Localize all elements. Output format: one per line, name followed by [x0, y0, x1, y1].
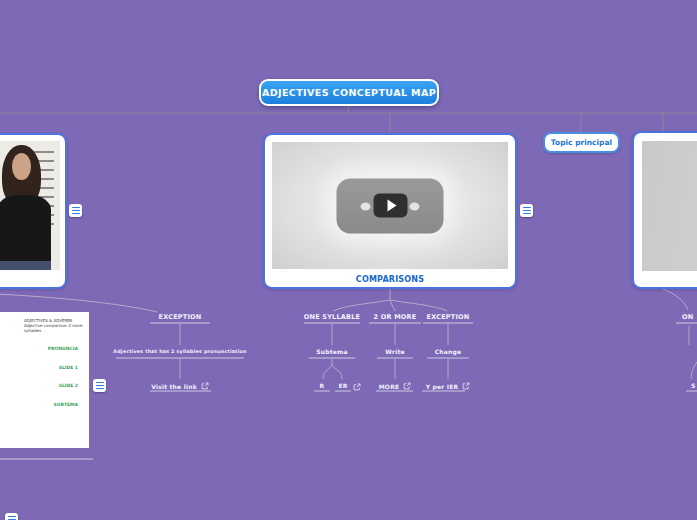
- video-title-label: COMPARISONS: [265, 275, 515, 284]
- node-menu-button-left[interactable]: [69, 204, 82, 217]
- topic-principal-node[interactable]: Topic principal: [543, 132, 620, 153]
- topic-cut-right-l3[interactable]: S: [691, 382, 697, 389]
- node-menu-button-document[interactable]: [93, 379, 106, 392]
- document-link[interactable]: PRONUNCIA: [48, 346, 78, 351]
- video-node-left[interactable]: [0, 133, 67, 289]
- topic-change[interactable]: Change: [418, 348, 478, 355]
- video-node-comparisons[interactable]: COMPARISONS: [263, 133, 517, 289]
- image-placeholder: [642, 141, 697, 271]
- document-header: ADJECTIVES & ADVERBS Adjective compariso…: [24, 318, 84, 333]
- person-jeans-shape: [0, 261, 51, 270]
- document-link[interactable]: SLIDE 1: [59, 365, 78, 370]
- video-thumbnail-person: [0, 141, 60, 270]
- node-menu-button-comparisons[interactable]: [520, 204, 533, 217]
- topic-leaf-er[interactable]: ER: [334, 382, 352, 389]
- more-label: MORE: [379, 383, 400, 390]
- topic-leaf-r[interactable]: R: [314, 382, 330, 389]
- video-thumbnail: [272, 142, 508, 269]
- y-per-ier-label: Y per IER: [426, 383, 459, 390]
- play-button-icon[interactable]: [337, 178, 444, 233]
- topic-exception-left[interactable]: EXCEPTION: [130, 313, 230, 321]
- document-node[interactable]: ADJECTIVES & ADVERBS Adjective compariso…: [0, 312, 89, 448]
- external-link-icon[interactable]: [201, 382, 209, 390]
- node-menu-button-corner[interactable]: [5, 513, 18, 520]
- document-link[interactable]: SUBTEMA: [54, 402, 78, 407]
- topic-adjectives-2-syllables[interactable]: Adjectives that has 2 syllables pronunct…: [110, 349, 250, 354]
- document-header-line2: Adjective comparison 2 more syllables: [24, 323, 84, 333]
- mindmap-canvas[interactable]: ADJECTIVES CONCEPTUAL MAP COMPARISONS To…: [0, 0, 697, 520]
- topic-write[interactable]: Write: [365, 348, 425, 355]
- topic-cut-right-l1[interactable]: ON: [682, 313, 697, 321]
- play-triangle-icon: [387, 200, 396, 212]
- topic-exception-right[interactable]: EXCEPTION: [398, 313, 498, 321]
- image-node-right[interactable]: [632, 131, 697, 289]
- person-face-shape: [12, 153, 32, 180]
- visit-link-label: Visit the link: [151, 383, 197, 390]
- external-link-icon[interactable]: [353, 383, 361, 391]
- document-link[interactable]: SLIDE 2: [59, 383, 78, 388]
- root-topic[interactable]: ADJECTIVES CONCEPTUAL MAP: [259, 79, 439, 106]
- person-body-shape: [0, 195, 51, 262]
- play-decor-dot: [410, 202, 420, 210]
- topic-visit-the-link[interactable]: Visit the link: [130, 382, 230, 390]
- topic-subtema[interactable]: Subtema: [302, 348, 362, 355]
- topic-y-per-ier[interactable]: Y per IER: [408, 382, 488, 390]
- external-link-icon[interactable]: [462, 382, 470, 390]
- play-triangle-box: [373, 194, 407, 218]
- play-decor-dot: [361, 202, 371, 210]
